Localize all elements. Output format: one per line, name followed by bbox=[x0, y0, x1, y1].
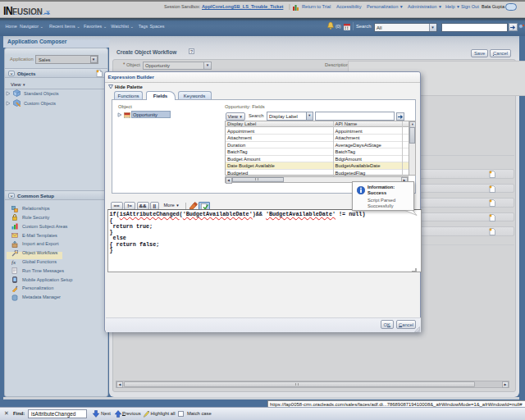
svg-text:fx: fx bbox=[11, 259, 16, 266]
